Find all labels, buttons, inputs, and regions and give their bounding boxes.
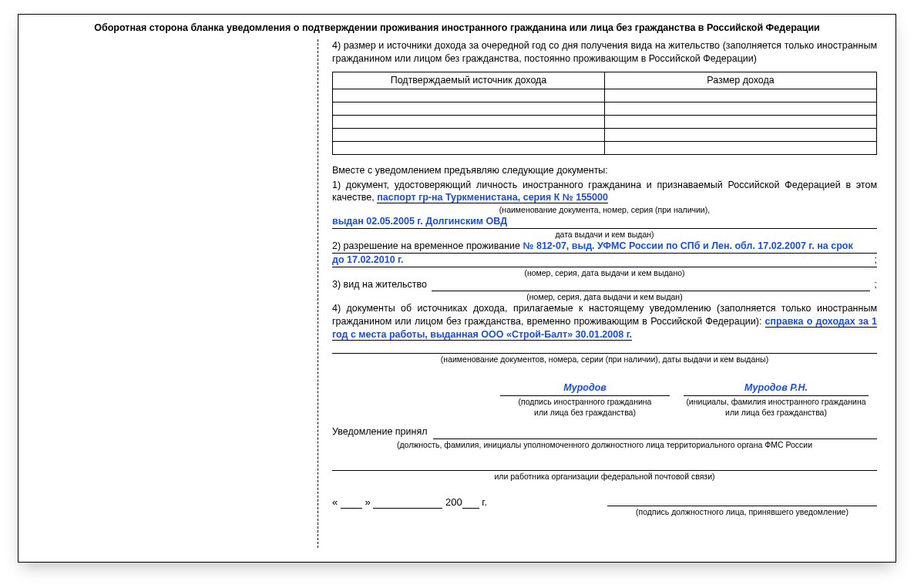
official-signature-box: (подпись должностного лица, принявшего у… xyxy=(607,492,877,517)
doc1-issued-line: выдан 02.05.2005 г. Долгинским ОВД xyxy=(332,215,877,229)
initials-value: Муродов Р.Н. xyxy=(684,381,869,396)
doc2-prefix: 2) разрешение на временное проживание xyxy=(332,240,523,251)
doc2-value-part2: до 17.02.2010 г. xyxy=(332,254,404,265)
together-text: Вместе с уведомлением предъявляю следующ… xyxy=(332,164,877,177)
doc1-issued: выдан 02.05.2005 г. Долгинским ОВД xyxy=(332,216,507,227)
official-signature-hint: (подпись должностного лица, принявшего у… xyxy=(607,506,877,517)
accepted-hint: (должность, фамилия, инициалы уполномоче… xyxy=(332,439,877,450)
date-month-slot xyxy=(373,498,442,509)
doc1-hint2: дата выдачи и кем выдан) xyxy=(332,229,877,240)
signature-value: Муродов xyxy=(500,381,670,396)
date-year-slot xyxy=(462,498,479,509)
doc2-hint: (номер, серия, дата выдачи и кем выдано) xyxy=(332,267,877,278)
signature-box: Муродов (подпись иностранного гражданина… xyxy=(500,381,670,418)
doc4-hint: (наименование документов, номера, серии … xyxy=(332,354,877,365)
accepted-label: Уведомление принял xyxy=(332,425,427,439)
signature-hint: (подпись иностранного гражданина или лиц… xyxy=(500,396,670,418)
doc2-value-part1: № 812-07, выд. УФМС России по СПб и Лен.… xyxy=(523,240,853,251)
date-row: « » 200 г. (подпись должностного лица, п… xyxy=(332,496,877,517)
doc4-blank-line xyxy=(332,341,877,354)
page-title: Оборотная сторона бланка уведомления о п… xyxy=(37,22,877,33)
left-empty-column xyxy=(37,39,318,548)
signature-row: Муродов (подпись иностранного гражданина… xyxy=(332,381,877,418)
quote-close: » xyxy=(365,496,370,508)
accepted-line1 xyxy=(433,427,877,439)
date-day-slot xyxy=(341,498,362,509)
form-page: Оборотная сторона бланка уведомления о п… xyxy=(18,14,896,563)
item-4-income-text: 4) размер и источники дохода за очередно… xyxy=(332,39,877,66)
accepted-row: Уведомление принял xyxy=(332,425,877,439)
income-source-header: Подтверждаемый источник дохода xyxy=(333,72,605,89)
doc4-block: 4) документы об источниках дохода, прила… xyxy=(332,302,877,341)
right-content-column: 4) размер и источники дохода за очередно… xyxy=(318,39,877,548)
doc3-prefix: 3) вид на жительство xyxy=(332,278,427,291)
doc3-hint: (номер, серия, дата выдачи и кем выдан) xyxy=(332,291,877,302)
doc1-value: паспорт гр-на Туркменистана, серия К № 1… xyxy=(377,192,608,203)
initials-hint: (инициалы, фамилия иностранного граждани… xyxy=(684,396,869,418)
date-year-prefix: 200 xyxy=(445,496,462,508)
income-table: Подтверждаемый источник дохода Размер до… xyxy=(332,72,877,155)
columns: 4) размер и источники дохода за очередно… xyxy=(37,39,877,548)
table-row xyxy=(333,141,877,154)
accepted-hint2: или работника организации федеральной по… xyxy=(332,471,877,482)
doc3-blank-line xyxy=(432,279,870,291)
doc1-block: 1) документ, удостоверяющий личность ино… xyxy=(332,179,877,205)
table-header-row: Подтверждаемый источник дохода Размер до… xyxy=(333,72,877,89)
table-row xyxy=(333,102,877,115)
table-row xyxy=(333,89,877,102)
quote-open: « xyxy=(332,496,338,508)
table-row xyxy=(333,128,877,141)
doc3-block: 3) вид на жительство ; xyxy=(332,278,877,291)
date-year-suffix: г. xyxy=(482,496,487,508)
official-signature-line xyxy=(607,492,877,506)
table-row xyxy=(333,115,877,128)
doc2-line1: 2) разрешение на временное проживание № … xyxy=(332,240,877,254)
doc1-hint: (наименование документа, номер, серия (п… xyxy=(332,204,877,215)
income-amount-header: Размер дохода xyxy=(605,72,877,89)
initials-box: Муродов Р.Н. (инициалы, фамилия иностран… xyxy=(684,381,869,418)
doc2-line2: до 17.02.2010 г.; xyxy=(332,254,877,267)
accepted-line2 xyxy=(332,459,877,471)
